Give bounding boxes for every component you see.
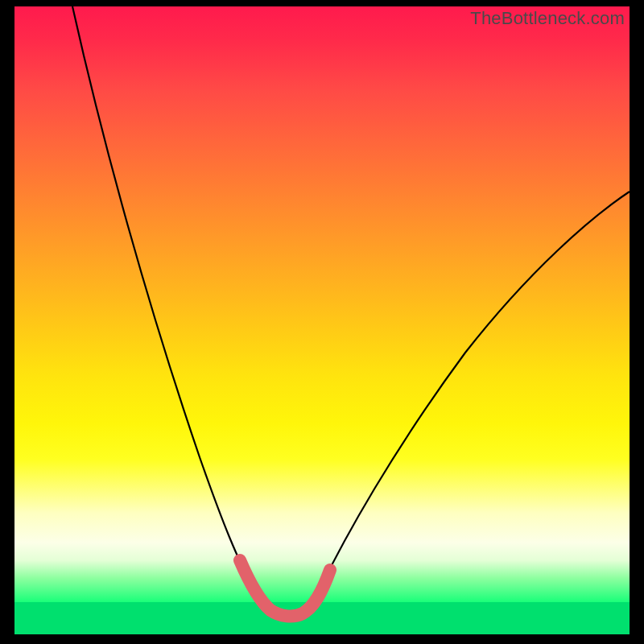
watermark-text: TheBottleneck.com: [470, 8, 625, 29]
plot-frame: [14, 6, 630, 634]
bottleneck-curve-svg: [14, 6, 630, 634]
valley-marker-highlight: [240, 560, 330, 616]
bottleneck-curve-right: [319, 192, 630, 591]
bottleneck-curve-left: [72, 6, 254, 589]
